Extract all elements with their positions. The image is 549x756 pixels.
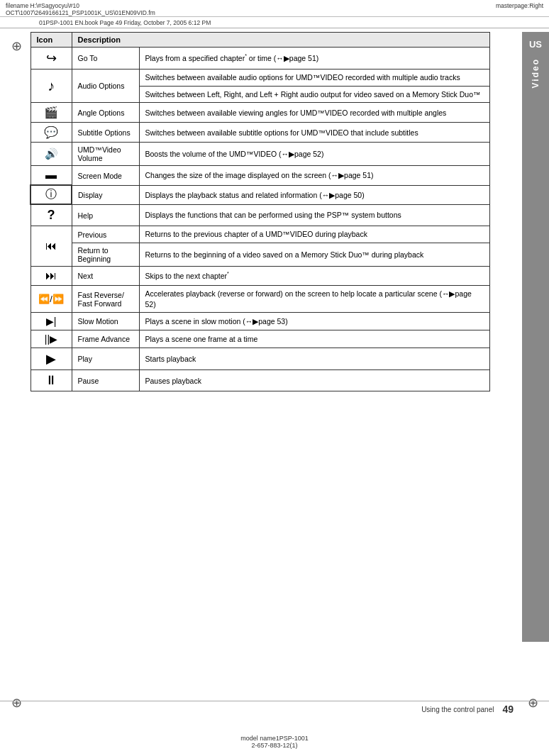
table-row-play: ▶ Play Starts playback xyxy=(30,348,490,370)
table-row-subtitle: 💬 Subtitle Options Switches between avai… xyxy=(30,123,490,143)
table-row-help: ? Help Displays the functions that can b… xyxy=(30,204,490,226)
icon-ff: ⏪/⏩ xyxy=(30,286,72,313)
desc-frame: Plays a scene one frame at a time xyxy=(139,330,490,348)
model-number: 2-657-883-12(1) xyxy=(0,742,549,749)
filename-label: filename H:\#Sagyocyu\#10 xyxy=(6,2,155,9)
label-slow: Slow Motion xyxy=(72,313,139,330)
table-row-display: ⓘ Display Displays the playback status a… xyxy=(30,185,490,204)
desc-goto: Plays from a specified chapter* or time … xyxy=(139,48,490,70)
sidebar-section-label: Video xyxy=(531,58,540,88)
table-row-volume: 🔊 UMD™Video Volume Boosts the volume of … xyxy=(30,143,490,166)
label-pause: Pause xyxy=(72,370,139,391)
table-row-pause: ⏸ Pause Pauses playback xyxy=(30,370,490,391)
desc-ff: Accelerates playback (reverse or forward… xyxy=(139,286,490,313)
desc-return: Returns to the beginning of a video save… xyxy=(139,243,490,267)
desc-volume: Boosts the volume of the UMD™VIDEO (↔▶pa… xyxy=(139,143,490,166)
icon-prev-next: ⏮ xyxy=(30,226,72,267)
sidebar-us-label: US xyxy=(529,39,542,50)
table-row-angle: 🎬 Angle Options Switches between availab… xyxy=(30,103,490,123)
model-name: model name1PSP-1001 xyxy=(0,735,549,742)
icon-audio: ♪ xyxy=(30,70,72,103)
label-screen: Screen Mode xyxy=(72,166,139,186)
label-return: Return to Beginning xyxy=(72,243,139,267)
icon-next: ⏭ xyxy=(30,267,72,286)
table-row-audio-1: ♪ Audio Options Switches between availab… xyxy=(30,70,490,87)
desc-play: Starts playback xyxy=(139,348,490,370)
icon-goto: ↪ xyxy=(30,48,72,70)
masterpage-label: masterpage:Right xyxy=(496,2,543,9)
desc-slow: Plays a scene in slow motion (↔▶page 53) xyxy=(139,313,490,330)
label-angle: Angle Options xyxy=(72,103,139,123)
label-previous: Previous xyxy=(72,226,139,243)
table-header-icon: Icon xyxy=(30,33,72,48)
icon-angle: 🎬 xyxy=(30,103,72,123)
icon-volume: 🔊 xyxy=(30,143,72,166)
label-play: Play xyxy=(72,348,139,370)
desc-next: Skips to the next chapter* xyxy=(139,267,490,286)
desc-pause: Pauses playback xyxy=(139,370,490,391)
icon-display: ⓘ xyxy=(30,185,72,204)
icon-play: ▶ xyxy=(30,348,72,370)
desc-audio-2: Switches between Left, Right, and Left +… xyxy=(139,86,490,103)
icon-screen: ▬ xyxy=(30,166,72,186)
label-subtitle: Subtitle Options xyxy=(72,123,139,143)
desc-angle: Switches between available viewing angle… xyxy=(139,103,490,123)
table-row-slow: ▶| Slow Motion Plays a scene in slow mot… xyxy=(30,313,490,330)
icon-subtitle: 💬 xyxy=(30,123,72,143)
label-ff: Fast Reverse/ Fast Forward xyxy=(72,286,139,313)
label-volume: UMD™Video Volume xyxy=(72,143,139,166)
label-goto: Go To xyxy=(72,48,139,70)
icon-help: ? xyxy=(30,204,72,226)
page-number: 49 xyxy=(502,704,514,715)
desc-subtitle: Switches between available subtitle opti… xyxy=(139,123,490,143)
icon-frame: ||▶ xyxy=(30,330,72,348)
table-row-frame: ||▶ Frame Advance Plays a scene one fram… xyxy=(30,330,490,348)
desc-screen: Changes the size of the image displayed … xyxy=(139,166,490,186)
filepath-label: OCT\1007\2649166121_PSP1001K_US\01EN09VI… xyxy=(6,9,155,16)
bookline-label: 01PSP-1001 EN.book Page 49 Friday, Octob… xyxy=(39,19,211,26)
table-row-next: ⏭ Next Skips to the next chapter* xyxy=(30,267,490,286)
table-row-previous: ⏮ Previous Returns to the previous chapt… xyxy=(30,226,490,243)
label-audio: Audio Options xyxy=(72,70,139,103)
label-display: Display xyxy=(72,185,139,204)
table-row-return: Return to Beginning Returns to the begin… xyxy=(30,243,490,267)
desc-previous: Returns to the previous chapter of a UMD… xyxy=(139,226,490,243)
desc-audio-1: Switches between available audio options… xyxy=(139,70,490,87)
label-help: Help xyxy=(72,204,139,226)
desc-display: Displays the playback status and related… xyxy=(139,185,490,204)
icon-slow: ▶| xyxy=(30,313,72,330)
icon-pause: ⏸ xyxy=(30,370,72,391)
table-row-screen: ▬ Screen Mode Changes the size of the im… xyxy=(30,166,490,186)
table-header-desc: Description xyxy=(72,33,490,48)
footer-text: Using the control panel xyxy=(421,706,494,713)
desc-help: Displays the functions that can be perfo… xyxy=(139,204,490,226)
label-next: Next xyxy=(72,267,139,286)
table-row: ↪ Go To Plays from a specified chapter* … xyxy=(30,48,490,70)
label-frame: Frame Advance xyxy=(72,330,139,348)
table-row-ff: ⏪/⏩ Fast Reverse/ Fast Forward Accelerat… xyxy=(30,286,490,313)
